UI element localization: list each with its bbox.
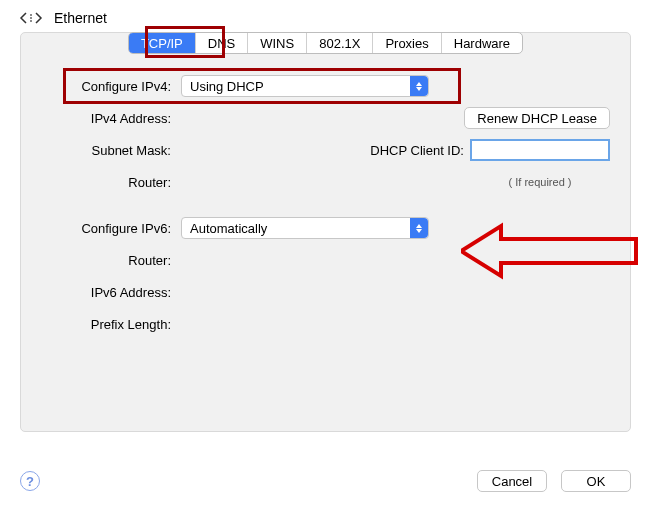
chevrons-icon	[410, 76, 428, 96]
label-configure-ipv4: Configure IPv4:	[41, 79, 181, 94]
tab-8021x[interactable]: 802.1X	[307, 33, 373, 53]
select-configure-ipv6[interactable]: Automatically	[181, 217, 429, 239]
help-icon[interactable]: ?	[20, 471, 40, 491]
tab-dns[interactable]: DNS	[196, 33, 248, 53]
select-configure-ipv6-value: Automatically	[190, 221, 267, 236]
svg-point-2	[30, 20, 32, 22]
hint-if-required: ( If required )	[470, 176, 610, 188]
tab-wins[interactable]: WINS	[248, 33, 307, 53]
label-router: Router:	[41, 175, 181, 190]
tab-tcpip[interactable]: TCP/IP	[129, 33, 196, 53]
cancel-button[interactable]: Cancel	[477, 470, 547, 492]
settings-panel: TCP/IP DNS WINS 802.1X Proxies Hardware …	[20, 32, 631, 432]
label-configure-ipv6: Configure IPv6:	[41, 221, 181, 236]
svg-point-1	[30, 17, 32, 19]
select-configure-ipv4[interactable]: Using DHCP	[181, 75, 429, 97]
tab-hardware[interactable]: Hardware	[442, 33, 522, 53]
page-title: Ethernet	[54, 10, 107, 26]
label-prefix-length: Prefix Length:	[41, 317, 181, 332]
chevrons-icon	[410, 218, 428, 238]
label-router-ipv6: Router:	[41, 253, 181, 268]
tab-proxies[interactable]: Proxies	[373, 33, 441, 53]
tab-bar: TCP/IP DNS WINS 802.1X Proxies Hardware	[128, 32, 523, 54]
input-dhcp-client-id[interactable]	[470, 139, 610, 161]
back-forward-icon[interactable]	[18, 11, 44, 25]
svg-point-0	[30, 14, 32, 16]
label-ipv4-address: IPv4 Address:	[41, 111, 181, 126]
label-ipv6-address: IPv6 Address:	[41, 285, 181, 300]
renew-dhcp-button[interactable]: Renew DHCP Lease	[464, 107, 610, 129]
select-configure-ipv4-value: Using DHCP	[190, 79, 264, 94]
ok-button[interactable]: OK	[561, 470, 631, 492]
label-subnet-mask: Subnet Mask:	[41, 143, 181, 158]
label-dhcp-client-id: DHCP Client ID:	[370, 143, 464, 158]
